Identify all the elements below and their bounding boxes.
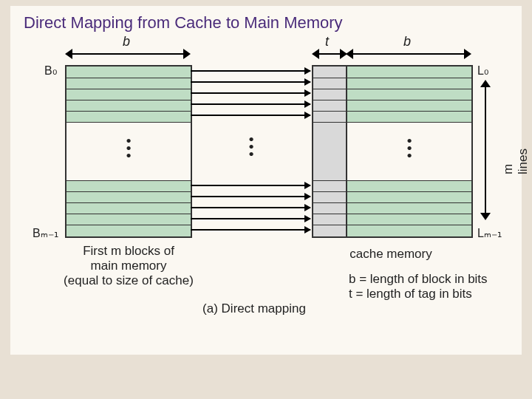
- map-arrow: [191, 70, 310, 72]
- ellipsis-arrows: •••: [248, 136, 254, 158]
- caption-line: (equal to size of cache): [64, 273, 194, 287]
- map-arrow: [191, 185, 310, 186]
- label-L0: L₀: [477, 64, 488, 78]
- width-arrow-t: [312, 49, 347, 59]
- caption-line: main memory: [91, 259, 167, 273]
- legend-b: b = length of block in bits: [349, 272, 488, 286]
- main-memory-block: •••: [65, 65, 192, 238]
- label-b-right: b: [403, 34, 411, 50]
- caption-cache: cache memory: [313, 247, 468, 262]
- cache-tag-column: [312, 65, 347, 238]
- caption-line: First m blocks of: [83, 244, 174, 258]
- label-mlines: m lines: [501, 149, 531, 174]
- caption-main-memory: First m blocks of main memory (equal to …: [47, 244, 210, 288]
- map-arrow: [191, 81, 310, 83]
- map-arrow: [191, 92, 310, 94]
- ellipsis-cache: •••: [406, 137, 412, 160]
- map-arrow: [191, 218, 310, 219]
- label-B0: B₀: [44, 64, 57, 78]
- label-b-left: b: [123, 34, 130, 50]
- map-arrow: [191, 103, 310, 105]
- map-arrow: [191, 229, 310, 231]
- label-Bm1: Bₘ₋₁: [33, 226, 58, 240]
- label-t: t: [325, 34, 329, 50]
- legend-t: t = length of tag in bits: [349, 287, 472, 301]
- map-arrow: [191, 115, 310, 116]
- diagram-area: b t b •••: [10, 41, 522, 352]
- map-arrow: [191, 207, 310, 208]
- width-arrow-b-left: [65, 49, 191, 59]
- width-arrow-b-right: [346, 49, 471, 59]
- label-Lm1: Lₘ₋₁: [477, 226, 502, 240]
- legend: b = length of block in bits t = length o…: [349, 272, 526, 301]
- slide-title: Direct Mapping from Cache to Main Memory: [24, 13, 343, 33]
- ellipsis-main: •••: [126, 137, 132, 160]
- cache-block-column: •••: [346, 65, 473, 238]
- figure-caption: (a) Direct mapping: [158, 301, 350, 316]
- height-arrow-mlines: [480, 80, 491, 220]
- map-arrow: [191, 196, 310, 197]
